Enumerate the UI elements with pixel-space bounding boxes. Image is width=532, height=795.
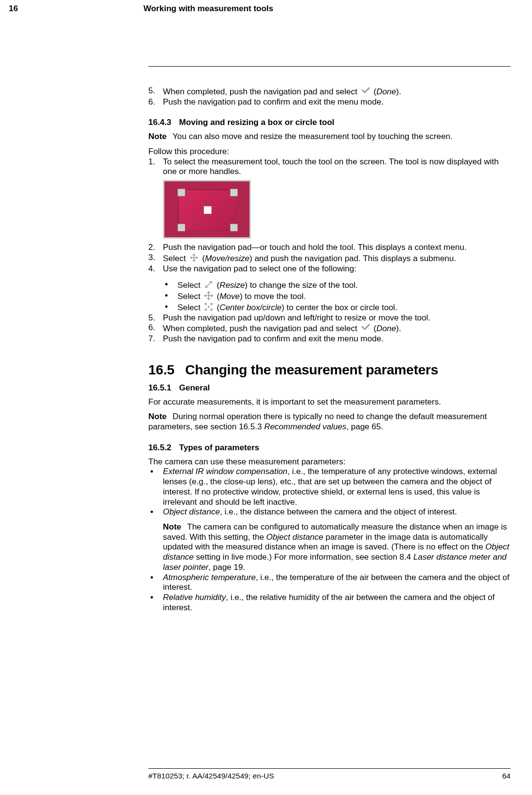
- step-number: 3.: [148, 253, 161, 263]
- step-text-post: ) and push the navigation pad. This disp…: [249, 254, 456, 263]
- opt-post: ) to move the tool.: [240, 292, 306, 301]
- resize-label: Resize: [219, 281, 245, 290]
- option-center: Select (Center box/circle) to center the…: [163, 302, 511, 313]
- chapter-number: 16: [9, 4, 18, 14]
- checkmark-down-icon: [361, 86, 371, 96]
- params-intro: The camera can use these measurement par…: [148, 457, 511, 467]
- subsection-title: Types of parameters: [179, 443, 259, 452]
- step-text: To select the measurement tool, touch th…: [163, 157, 498, 177]
- checkmark-down-icon: [361, 323, 371, 333]
- step-number: 4.: [148, 264, 161, 274]
- step-number: 7.: [148, 334, 161, 344]
- general-note: NoteDuring normal operation there is typ…: [148, 412, 511, 432]
- step-text: Push the navigation pad to confirm and e…: [163, 334, 384, 343]
- handle-bottom-right: [230, 224, 238, 231]
- param-relative-humidity: Relative humidity, i.e., the relative hu…: [148, 593, 511, 613]
- opt-pre: Select: [177, 281, 203, 290]
- handle-top-right: [230, 189, 238, 196]
- paren-open: (: [214, 281, 219, 290]
- svg-line-0: [206, 282, 212, 287]
- step-text: When completed, push the navigation pad …: [163, 87, 360, 96]
- param-external-ir: External IR window compensation, i.e., t…: [148, 467, 511, 507]
- procedure-continuation: 5. When completed, push the navigation p…: [148, 86, 511, 107]
- paren-open: (: [200, 254, 205, 263]
- footer-rule: [148, 768, 511, 769]
- measurement-box-figure: [163, 180, 251, 239]
- page-number: 64: [502, 772, 511, 780]
- option-move: Select (Move) to move the tool.: [163, 291, 511, 302]
- chapter-title: Working with measurement tools: [143, 4, 273, 14]
- step-1: 1. To select the measurement tool, touch…: [148, 157, 511, 239]
- param-name: External IR window compensation: [163, 467, 287, 476]
- option-resize: Select (Resize) to change the size of th…: [163, 280, 511, 291]
- step-6b: 6. When completed, push the navigation p…: [148, 323, 511, 334]
- page-footer: #T810253; r. AA/42549/42549; en-US 64: [148, 768, 511, 780]
- resize-arrow-icon: [204, 280, 213, 289]
- param-atmospheric-temp: Atmospheric temperature, i.e., the tempe…: [148, 573, 511, 593]
- handle-center: [204, 206, 212, 214]
- sub-options: Select (Resize) to change the size of th…: [163, 280, 511, 313]
- step-text: Push the navigation pad to confirm and e…: [163, 97, 384, 106]
- step-number: 6.: [148, 323, 161, 333]
- param-desc: , i.e., the distance between the camera …: [220, 507, 457, 516]
- paren-open: (: [372, 87, 376, 96]
- step-3: 3. Select (Move/resize) and push the nav…: [148, 253, 511, 264]
- note-label: Note: [148, 132, 167, 141]
- step-number: 6.: [148, 97, 161, 107]
- move-resize-icon: [189, 253, 199, 263]
- handle-bottom-left: [177, 224, 185, 231]
- step-7: 7. Push the navigation pad to confirm an…: [148, 334, 511, 344]
- subsection-title: General: [179, 383, 210, 392]
- done-label: Done: [376, 87, 396, 96]
- step-number: 2.: [148, 243, 161, 253]
- note-label: Note: [148, 412, 167, 421]
- follow-procedure: Follow this procedure:: [148, 147, 511, 157]
- opt-post: ) to change the size of the tool.: [245, 281, 357, 290]
- top-rule: [148, 66, 511, 67]
- paren-close: ).: [396, 324, 401, 333]
- doc-id: #T810253; r. AA/42549/42549; en-US: [148, 772, 274, 780]
- step-text: Use the navigation pad to select one of …: [163, 264, 356, 273]
- subsection-number: 16.4.3: [148, 118, 171, 127]
- step-6: 6. Push the navigation pad to confirm an…: [148, 97, 511, 107]
- od-name: Object distance: [266, 532, 323, 542]
- move-arrows-icon: [204, 291, 213, 300]
- param-name: Atmospheric temperature: [163, 573, 256, 582]
- general-text: For accurate measurements, it is importa…: [148, 397, 511, 407]
- step-number: 5.: [148, 86, 161, 96]
- step-text-pre: Select: [163, 254, 188, 263]
- content-column: 5. When completed, push the navigation p…: [148, 66, 511, 613]
- handle-top-left: [177, 189, 185, 196]
- paren-open: (: [372, 324, 376, 333]
- subsection-number: 16.5.2: [148, 443, 171, 452]
- move-resize-label: Move/resize: [205, 254, 249, 263]
- param-object-distance: Object distance, i.e., the distance betw…: [148, 507, 511, 572]
- procedure-list: 1. To select the measurement tool, touch…: [148, 157, 511, 344]
- paren-open: (: [214, 292, 219, 301]
- step-4: 4. Use the navigation pad to select one …: [148, 264, 511, 313]
- section-16-5-heading: 16.5Changing the measurement parameters: [148, 362, 511, 378]
- subsection-title: Moving and resizing a box or circle tool: [179, 118, 334, 127]
- subsection-16-5-2: 16.5.2Types of parameters: [148, 443, 511, 453]
- parameter-list: External IR window compensation, i.e., t…: [148, 467, 511, 613]
- step-number: 5.: [148, 313, 161, 323]
- move-label: Move: [219, 292, 240, 301]
- paren-close: ).: [396, 87, 401, 96]
- param-name: Object distance: [163, 507, 220, 516]
- object-distance-note: NoteThe camera can be configured to auto…: [163, 522, 511, 573]
- done-label: Done: [376, 324, 396, 333]
- note-part-c: , page 65.: [346, 422, 383, 431]
- paren-open: (: [214, 303, 219, 312]
- step-text: Push the navigation pad up/down and left…: [163, 313, 430, 322]
- center-icon: [204, 302, 213, 312]
- section-number: 16.5: [148, 362, 175, 377]
- step-5: 5. When completed, push the navigation p…: [148, 86, 511, 97]
- svg-point-1: [208, 306, 209, 307]
- subsection-16-5-1: 16.5.1General: [148, 383, 511, 393]
- param-name: Relative humidity: [163, 593, 226, 602]
- step-2: 2. Push the navigation pad—or touch and …: [148, 243, 511, 253]
- opt-pre: Select: [177, 292, 203, 301]
- step-text: Push the navigation pad—or touch and hol…: [163, 243, 466, 252]
- center-label: Center box/circle: [219, 303, 282, 312]
- subsection-16-4-3: 16.4.3Moving and resizing a box or circl…: [148, 118, 511, 128]
